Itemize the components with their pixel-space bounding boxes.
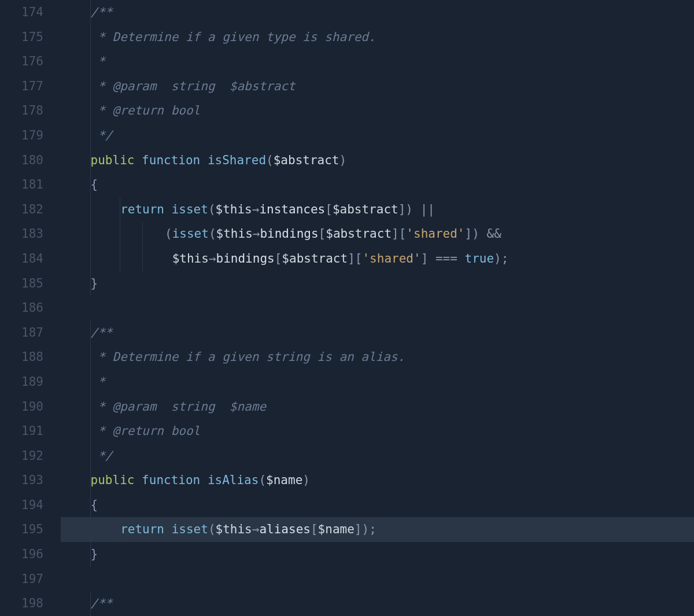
code-line[interactable]: } [61,271,694,296]
code-line[interactable]: /** [61,0,694,25]
line-number: 175 [0,25,50,50]
code-content[interactable]: /** * Determine if a given type is share… [61,0,694,616]
line-number: 191 [0,419,50,444]
code-line[interactable]: */ [61,444,694,469]
line-number: 185 [0,271,50,296]
line-number: 195 [0,517,50,542]
line-number: 192 [0,444,50,469]
code-line[interactable]: $this→bindings[$abstract]['shared'] === … [61,246,694,271]
code-line[interactable]: } [61,542,694,567]
code-line[interactable]: * [61,49,694,74]
code-line[interactable]: /** [61,320,694,345]
line-number: 174 [0,0,50,25]
line-number: 193 [0,468,50,493]
code-line[interactable]: { [61,172,694,197]
code-line[interactable]: { [61,493,694,518]
code-line[interactable]: * Determine if a given type is shared. [61,25,694,50]
line-number: 181 [0,172,50,197]
code-line[interactable]: */ [61,123,694,148]
code-line[interactable]: * @param string $abstract [61,74,694,99]
line-number: 187 [0,320,50,345]
line-number: 196 [0,542,50,567]
code-line[interactable] [61,296,694,320]
code-line[interactable] [61,567,694,592]
line-number: 180 [0,148,50,173]
line-number: 197 [0,567,50,592]
line-number: 189 [0,370,50,394]
code-line[interactable]: (isset($this→bindings[$abstract]['shared… [61,222,694,246]
code-editor: 1741751761771781791801811821831841851861… [0,0,694,616]
line-number: 184 [0,246,50,271]
line-number: 179 [0,123,50,148]
line-number: 190 [0,394,50,419]
line-number: 176 [0,49,50,74]
line-number-gutter: 1741751761771781791801811821831841851861… [0,0,61,616]
code-line[interactable]: return isset($this→instances[$abstract])… [61,197,694,222]
line-number: 194 [0,493,50,518]
code-line[interactable]: /** [61,591,694,616]
line-number: 182 [0,197,50,222]
line-number: 198 [0,591,50,616]
line-number: 186 [0,296,50,320]
line-number: 188 [0,345,50,370]
line-number: 183 [0,222,50,246]
code-line[interactable]: public function isAlias($name) [61,468,694,493]
code-line[interactable]: public function isShared($abstract) [61,148,694,173]
code-line[interactable]: * [61,370,694,394]
code-line[interactable]: return isset($this→aliases[$name]); [61,517,694,542]
code-line[interactable]: * Determine if a given string is an alia… [61,345,694,370]
code-line[interactable]: * @param string $name [61,394,694,419]
code-line[interactable]: * @return bool [61,419,694,444]
line-number: 178 [0,98,50,123]
code-line[interactable]: * @return bool [61,98,694,123]
line-number: 177 [0,74,50,99]
